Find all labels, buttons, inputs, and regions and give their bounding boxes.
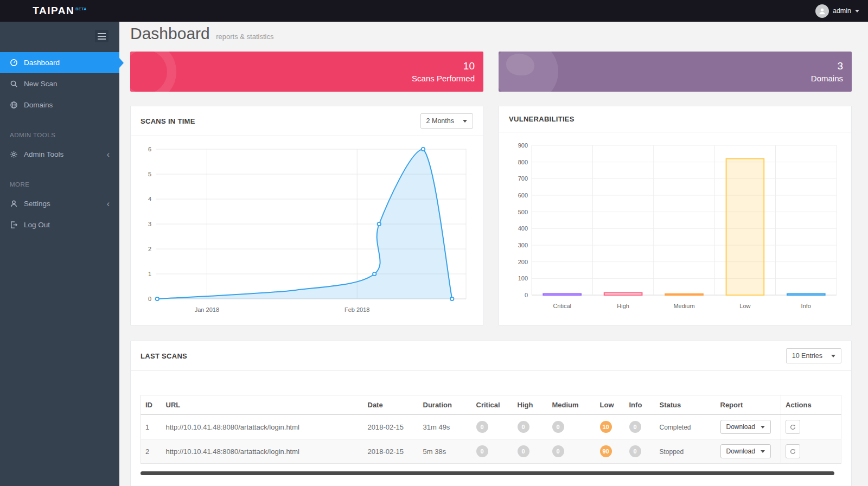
horizontal-scrollbar[interactable] — [141, 471, 834, 475]
caret-down-icon — [463, 120, 467, 123]
high-count-badge: 0 — [518, 421, 529, 433]
svg-text:Feb 2018: Feb 2018 — [344, 306, 369, 313]
refresh-icon — [789, 448, 796, 455]
svg-text:200: 200 — [518, 259, 528, 265]
scans-table-wrap: ID URL Date Duration Critical High Mediu… — [141, 395, 841, 475]
svg-text:Info: Info — [801, 303, 811, 309]
stat-value: 10 — [463, 60, 475, 72]
sidebar-item-new-scan[interactable]: New Scan — [0, 73, 119, 94]
stat-value: 3 — [837, 60, 843, 72]
sidebar-section-more: MORE — [0, 181, 119, 188]
low-count-badge: 10 — [600, 421, 612, 433]
caret-down-icon — [761, 426, 765, 429]
svg-text:300: 300 — [518, 242, 528, 248]
brand-name: TAIPAN — [33, 5, 74, 16]
refresh-icon — [789, 424, 796, 431]
sidebar-item-admin-tools[interactable]: Admin Tools ‹ — [0, 144, 119, 165]
sidebar-item-settings[interactable]: Settings ‹ — [0, 193, 119, 214]
scans-table: ID URL Date Duration Critical High Mediu… — [141, 395, 841, 464]
svg-text:800: 800 — [518, 159, 528, 165]
vulnerabilities-bar-chart: 0100200300400500600700800900CriticalHigh… — [507, 138, 843, 315]
low-count-badge: 90 — [600, 445, 612, 457]
col-header-high: High — [513, 395, 548, 415]
svg-text:4: 4 — [148, 196, 151, 202]
sidebar-item-log-out[interactable]: Log Out — [0, 214, 119, 235]
svg-text:2: 2 — [148, 246, 151, 252]
medium-count-badge: 0 — [552, 421, 564, 433]
sidebar-item-label: Dashboard — [24, 59, 60, 67]
entries-select[interactable]: 10 Entries — [786, 348, 841, 363]
svg-text:1: 1 — [148, 271, 151, 277]
svg-text:0: 0 — [525, 292, 528, 298]
main-content: Home › Dashboard Dashboard reports & sta… — [119, 8, 868, 486]
download-label: Download — [726, 423, 755, 431]
stat-label: Domains — [811, 74, 843, 83]
user-avatar-icon — [818, 7, 827, 16]
critical-count-badge: 0 — [476, 445, 488, 457]
critical-count-badge: 0 — [476, 421, 488, 433]
sidebar-item-label: Settings — [24, 200, 50, 208]
col-header-low: Low — [596, 395, 625, 415]
sidebar-item-label: Log Out — [24, 221, 50, 229]
cell-date: 2018-02-15 — [363, 415, 419, 439]
col-header-actions: Actions — [781, 395, 841, 415]
gear-icon — [10, 150, 18, 158]
page-subtitle: reports & statistics — [216, 33, 273, 41]
avatar — [815, 4, 829, 18]
cell-date: 2018-02-15 — [363, 439, 419, 464]
sidebar: Dashboard New Scan Domains ADMIN TOOLS A… — [0, 22, 119, 486]
cell-id: 2 — [141, 439, 162, 464]
brand-logo: TAIPANBETA — [0, 5, 119, 17]
page-title: Dashboard — [130, 24, 210, 42]
col-header-id: ID — [141, 395, 162, 415]
panel-title: SCANS IN TIME — [141, 117, 195, 125]
download-report-button[interactable]: Download — [720, 444, 771, 458]
caret-down-icon — [831, 355, 835, 357]
cell-url: http://10.10.41.48:8080/artattack/login.… — [162, 415, 363, 439]
medium-count-badge: 0 — [552, 445, 564, 457]
logout-icon — [10, 221, 18, 229]
svg-text:0: 0 — [148, 296, 151, 302]
download-report-button[interactable]: Download — [720, 420, 771, 434]
time-range-select[interactable]: 2 Months — [420, 113, 473, 129]
sidebar-item-label: Admin Tools — [24, 150, 63, 158]
high-count-badge: 0 — [518, 445, 529, 457]
download-label: Download — [726, 447, 755, 455]
panel-title: VULNERABILITIES — [509, 115, 575, 123]
stat-card-scans-performed: 10 Scans Performed — [130, 52, 483, 92]
entries-value: 10 Entries — [792, 352, 822, 360]
sidebar-item-label: Domains — [24, 101, 53, 109]
info-count-badge: 0 — [629, 445, 641, 457]
sidebar-toggle-button[interactable] — [95, 30, 108, 42]
topbar: TAIPANBETA admin — [0, 0, 868, 22]
caret-down-icon — [761, 450, 765, 453]
rescan-button[interactable] — [786, 420, 800, 434]
sidebar-item-domains[interactable]: Domains — [0, 94, 119, 116]
cell-url: http://10.10.41.48:8080/artattack/login.… — [162, 439, 363, 464]
user-menu[interactable]: admin — [815, 4, 859, 18]
table-header-row: ID URL Date Duration Critical High Mediu… — [141, 395, 841, 415]
ring-decoration — [130, 52, 176, 92]
svg-text:6: 6 — [148, 146, 151, 152]
sidebar-item-label: New Scan — [24, 80, 58, 88]
cell-duration: 31m 49s — [419, 415, 472, 439]
beta-badge: BETA — [75, 7, 87, 11]
dashboard-gauge-icon — [10, 59, 18, 67]
rescan-button[interactable] — [786, 444, 800, 458]
chevron-left-icon: ‹ — [107, 200, 110, 208]
chevron-down-icon — [855, 10, 859, 12]
hamburger-icon — [98, 33, 106, 34]
svg-text:Medium: Medium — [673, 303, 694, 309]
sidebar-item-dashboard[interactable]: Dashboard — [0, 52, 119, 73]
cell-id: 1 — [141, 415, 162, 439]
scans-line-chart: 0123456Jan 2018Feb 2018 — [138, 142, 475, 318]
scans-in-time-panel: SCANS IN TIME 2 Months 0123456Jan 2018Fe… — [130, 106, 483, 325]
globe-decoration — [499, 52, 558, 92]
col-header-url: URL — [162, 395, 363, 415]
table-row: 1 http://10.10.41.48:8080/artattack/logi… — [141, 415, 841, 439]
svg-text:100: 100 — [518, 275, 528, 282]
status-label: Completed — [660, 424, 691, 431]
svg-text:Jan 2018: Jan 2018 — [195, 306, 219, 313]
svg-text:3: 3 — [148, 221, 151, 227]
username-label: admin — [833, 7, 851, 15]
